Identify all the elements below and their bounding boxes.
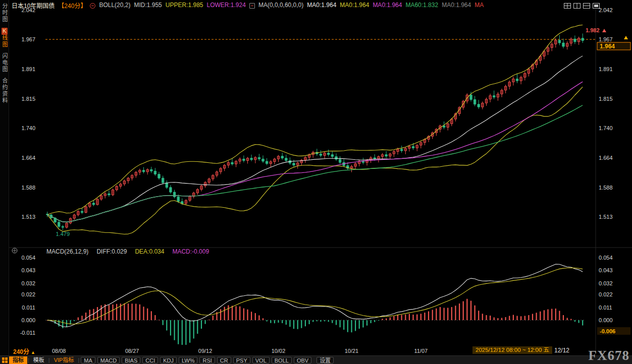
date-label: 10/21: [345, 348, 359, 354]
chart-info-bar: 日本10年期国债【240分】BOLL(20,2)MID:1.955UPPER:1…: [12, 1, 484, 9]
toolbar-divider: |: [48, 357, 50, 363]
tab-vip-indicators[interactable]: VIP指标: [50, 356, 78, 364]
price-axis-label-right: 1.815: [599, 96, 613, 102]
triangle-up-icon: ▲: [31, 350, 35, 355]
indicator-button-cci[interactable]: CCI: [142, 357, 158, 363]
price-axis-label-left: 1.664: [21, 155, 35, 161]
price-axis-label-left: 1.740: [21, 125, 35, 131]
price-axis-label-right: 1.513: [599, 214, 613, 220]
ma0-value-4: MA0:1.964: [442, 2, 471, 9]
ma-params: MA(0,0,0,60,0,0): [258, 2, 303, 9]
indicator-grid-icon[interactable]: [2, 357, 8, 363]
date-label: 08/08: [52, 348, 66, 354]
boll-upper-value: UPPER:1.985: [166, 2, 203, 9]
window-layout-icons: [564, 2, 600, 7]
split-vertical-icon[interactable]: [573, 2, 581, 7]
sidebar-item-candle-chart[interactable]: K线图: [1, 28, 8, 48]
ma60-value: MA60:1.832: [405, 2, 438, 9]
ma-config-icon[interactable]: [249, 3, 255, 9]
indicator-button-ma[interactable]: MA: [81, 357, 95, 363]
up-candle-bodies: [66, 38, 580, 227]
boll-settings-icon[interactable]: [90, 3, 95, 9]
macd-axis-label-left: 0.043: [21, 267, 35, 273]
indicator-button-lw[interactable]: LW%: [179, 357, 197, 363]
macd-dea-line: [47, 268, 583, 324]
ma-truncated: MA: [475, 2, 484, 9]
boll-lower-value: LOWER:1.924: [207, 2, 246, 9]
price-axis-label-left: 1.588: [21, 185, 35, 191]
bottom-toolbar: 指标|模板|VIP指标|MAMACDBIASCCIKDJLW%RSICRPSYV…: [0, 355, 632, 364]
macd-axis-label-left: 0.022: [21, 291, 35, 297]
active-tab-marker: K: [2, 28, 8, 35]
date-label: 11/07: [414, 348, 428, 354]
macd-diff-line: [47, 264, 583, 327]
tile-grid-icon[interactable]: [564, 2, 571, 7]
macd-axis-label-right: 0.022: [599, 291, 613, 297]
sidebar-item-contract-info[interactable]: 合约资料: [1, 78, 8, 104]
last-price-tag: 1.964: [600, 43, 615, 50]
down-candle-bodies: [46, 38, 584, 227]
period-high-label: 1.982: [586, 27, 600, 33]
ma0-value-1: MA0:1.964: [307, 2, 336, 9]
session-range-label: 2025/12/12 08:00 ~ 12:00 五: [472, 346, 552, 354]
macd-value-tag: -0.006: [600, 328, 615, 334]
price-axis-label-right: 1.664: [599, 155, 613, 161]
interval-selector[interactable]: 240分▲: [13, 347, 35, 355]
macd-axis-label-right: 0.032: [599, 280, 613, 286]
indicator-button-rsi[interactable]: RSI: [199, 357, 215, 363]
price-axis-label-right: 2.042: [599, 7, 613, 13]
symbol-name: 日本10年期国债: [12, 1, 55, 10]
interval-badge: 【240分】: [58, 1, 86, 10]
split-horizontal-icon[interactable]: [583, 2, 590, 7]
price-axis-label-left: 1.891: [21, 66, 35, 72]
left-sidebar: 分时图K线图闪电图合约资料: [0, 0, 9, 364]
indicator-button-macd[interactable]: MACD: [97, 357, 120, 363]
macd-dea-value: DEA:0.034: [135, 248, 164, 255]
toolbar-divider: |: [78, 357, 79, 363]
sidebar-item-time-chart[interactable]: 分时图: [1, 3, 8, 23]
date-label: 09/12: [198, 348, 213, 354]
tab-indicators[interactable]: 指标: [9, 356, 27, 364]
boll-mid-line: [47, 56, 583, 222]
tab-templates[interactable]: 模板: [30, 356, 48, 364]
indicator-button-cr[interactable]: CR: [217, 357, 231, 363]
macd-histogram-positive: [47, 299, 572, 321]
interval-label: 240分: [13, 348, 29, 355]
indicator-button-psy[interactable]: PSY: [233, 357, 250, 363]
price-axis-label-left: 1.815: [21, 96, 35, 102]
macd-histogram-negative: [50, 320, 583, 345]
date-label: 10/02: [272, 348, 286, 354]
price-axis-label-right: 1.740: [599, 125, 613, 131]
price-axis-label-right: 1.891: [599, 66, 613, 72]
macd-hist-value: MACD:-0.009: [172, 248, 209, 255]
boll-mid-value: MID:1.955: [134, 2, 162, 9]
price-axis-label-right: 1.588: [599, 185, 613, 191]
sidebar-item-lightning-chart[interactable]: 闪电图: [1, 53, 8, 73]
latest-arrow-icon[interactable]: [624, 36, 628, 39]
macd-axis-label-right: 0.043: [599, 267, 613, 273]
macd-axis-label-right: 0.011: [599, 305, 612, 311]
macd-axis-label-left: 0.011: [22, 305, 35, 311]
ma60-line: [47, 105, 583, 222]
period-low-label: 1.479: [56, 231, 70, 237]
indicator-button-boll[interactable]: BOLL: [272, 357, 292, 363]
indicator-button-vol[interactable]: VOL: [252, 357, 270, 363]
settings-button[interactable]: 设置: [317, 357, 334, 363]
ma0-value-2: MA0:1.964: [340, 2, 369, 9]
macd-axis-label-left: -0.011: [20, 330, 35, 336]
maximize-pane-icon[interactable]: [593, 2, 600, 7]
macd-axis-label-right: 0.054: [599, 255, 613, 261]
macd-axis-label-left: 0.032: [21, 280, 35, 286]
indicator-button-obv[interactable]: OBV: [294, 357, 311, 363]
toolbar-divider: |: [28, 357, 29, 363]
macd-axis-label-left: 0.000: [21, 317, 35, 323]
boll-lower-line: [47, 87, 583, 234]
price-axis-label-right: 1.967: [599, 36, 613, 42]
boll-upper-line: [47, 25, 583, 215]
indicator-button-bias[interactable]: BIAS: [122, 357, 140, 363]
macd-axis-label-right: 0.000: [599, 317, 613, 323]
macd-diff-value: DIFF:0.029: [96, 248, 127, 255]
current-day-label: 12/12: [554, 347, 569, 354]
indicator-button-kdj[interactable]: KDJ: [160, 357, 177, 363]
chart-canvas[interactable]: 2.0422.0421.9671.9671.8911.8911.8151.815…: [0, 0, 632, 364]
